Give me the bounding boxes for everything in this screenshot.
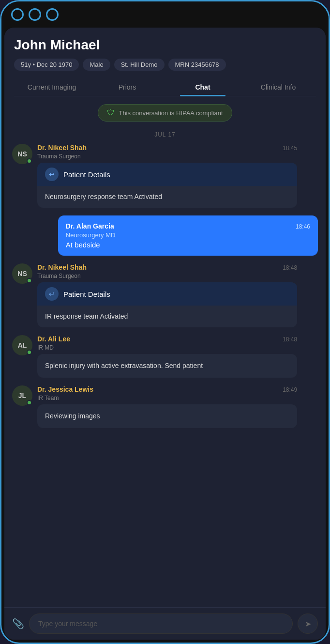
- message-row-2: NS Dr. Nikeel Shah 18:48 Trauma Surgeon …: [12, 263, 318, 327]
- avatar: NS: [12, 144, 32, 164]
- message-row: NS Dr. Nikeel Shah 18:45 Trauma Surgeon …: [12, 144, 318, 208]
- avatar-2: NS: [12, 263, 32, 284]
- bubble-right: Dr. Alan Garcia 18:46 Neurosurgery MD At…: [58, 215, 318, 256]
- send-button[interactable]: ➤: [298, 613, 318, 634]
- sender-role-2: Trauma Surgeon: [37, 273, 297, 279]
- bubble-body: Neurosurgery response team Activated: [37, 186, 297, 208]
- standalone-text: Splenic injury with active extravasation…: [45, 361, 289, 371]
- standalone-bubble: Splenic injury with active extravasation…: [37, 354, 297, 378]
- message-header-3: Dr. Ali Lee 18:48: [37, 335, 297, 343]
- online-dot-3: [27, 350, 32, 355]
- message-header-2: Dr. Nikeel Shah 18:48: [37, 263, 297, 271]
- right-time: 18:46: [296, 223, 310, 230]
- online-dot-4: [27, 400, 32, 405]
- avatar-initials-3: AL: [18, 341, 27, 349]
- message-bubble-wrap-right: Dr. Alan Garcia 18:46 Neurosurgery MD At…: [58, 215, 318, 256]
- sender-role-3: IR MD: [37, 344, 297, 351]
- patient-details-header-2[interactable]: ↩ Patient Details: [37, 282, 297, 306]
- title-bar: [1, 1, 329, 28]
- message-time-4: 18:49: [283, 386, 297, 393]
- bubble-body-2: IR response team Activated: [37, 306, 297, 327]
- message-row-right: Dr. Alan Garcia 18:46 Neurosurgery MD At…: [12, 215, 318, 256]
- sender-role: Trauma Surgeon: [37, 153, 297, 160]
- patient-details-header[interactable]: ↩ Patient Details: [37, 163, 297, 186]
- hipaa-text: This conversation is HIPAA compliant: [119, 109, 223, 117]
- attach-button[interactable]: 📎: [12, 618, 24, 629]
- sender-name: Dr. Nikeel Shah: [37, 144, 87, 152]
- sender-name-3: Dr. Ali Lee: [37, 335, 70, 343]
- chat-area: 🛡 This conversation is HIPAA compliant J…: [4, 96, 326, 607]
- message-bubble: ↩ Patient Details Neurosurgery response …: [37, 163, 297, 208]
- right-role: Neurosurgery MD: [66, 231, 310, 239]
- phone-frame: John Michael 51y • Dec 20 1970 Male St. …: [0, 0, 330, 644]
- patient-details-label-2: Patient Details: [63, 290, 110, 298]
- tab-current-imaging[interactable]: Current Imaging: [14, 78, 90, 96]
- patient-details-icon: ↩: [45, 168, 59, 181]
- standalone-text-2: Reviewing images: [45, 411, 289, 421]
- avatar-4: JL: [12, 385, 32, 406]
- patient-gender: Male: [83, 59, 110, 71]
- input-bar: 📎 ➤: [4, 607, 326, 640]
- window-dot-2[interactable]: [29, 8, 41, 21]
- avatar-initials-2: NS: [17, 270, 27, 277]
- patient-header: John Michael 51y • Dec 20 1970 Male St. …: [4, 28, 326, 96]
- send-icon: ➤: [305, 619, 311, 629]
- message-bubble-wrap-3: Dr. Ali Lee 18:48 IR MD Splenic injury w…: [37, 335, 297, 378]
- patient-mrn: MRN 23456678: [168, 59, 226, 71]
- window-dot-3[interactable]: [46, 8, 59, 21]
- window-dot-1[interactable]: [11, 8, 24, 21]
- message-time-3: 18:48: [283, 336, 297, 343]
- app-container: John Michael 51y • Dec 20 1970 Male St. …: [4, 28, 326, 640]
- right-header: Dr. Alan Garcia 18:46: [66, 222, 310, 230]
- message-header-4: Dr. Jessica Lewis 18:49: [37, 385, 297, 393]
- avatar-3: AL: [12, 335, 32, 355]
- patient-tags: 51y • Dec 20 1970 Male St. Hill Demo MRN…: [14, 59, 316, 71]
- avatar-initials-4: JL: [18, 392, 26, 399]
- patient-age-dob: 51y • Dec 20 1970: [14, 59, 79, 71]
- message-header: Dr. Nikeel Shah 18:45: [37, 144, 297, 152]
- avatar-initials: NS: [17, 150, 27, 158]
- standalone-bubble-2: Reviewing images: [37, 404, 297, 428]
- online-dot: [27, 158, 32, 164]
- sender-name-4: Dr. Jessica Lewis: [37, 385, 93, 393]
- shield-icon: 🛡: [107, 108, 115, 117]
- right-sender: Dr. Alan Garcia: [66, 222, 114, 230]
- date-divider: JUL 17: [12, 131, 318, 138]
- tab-chat[interactable]: Chat: [165, 78, 240, 96]
- online-dot-2: [27, 278, 32, 283]
- patient-location: St. Hill Demo: [114, 59, 165, 71]
- message-bubble-wrap: Dr. Nikeel Shah 18:45 Trauma Surgeon ↩ P…: [37, 144, 297, 208]
- patient-details-icon-2: ↩: [45, 287, 59, 301]
- right-text: At bedside: [66, 241, 310, 249]
- message-bubble-2: ↩ Patient Details IR response team Activ…: [37, 282, 297, 327]
- message-row-3: AL Dr. Ali Lee 18:48 IR MD Splenic injur…: [12, 335, 318, 378]
- hipaa-badge: 🛡 This conversation is HIPAA compliant: [98, 104, 232, 122]
- tab-priors[interactable]: Priors: [90, 78, 165, 96]
- sender-role-4: IR Team: [37, 395, 297, 401]
- message-bubble-wrap-4: Dr. Jessica Lewis 18:49 IR Team Reviewin…: [37, 385, 297, 428]
- message-row-4: JL Dr. Jessica Lewis 18:49 IR Team Revie…: [12, 385, 318, 428]
- message-bubble-wrap-2: Dr. Nikeel Shah 18:48 Trauma Surgeon ↩ P…: [37, 263, 297, 327]
- message-time: 18:45: [283, 145, 297, 152]
- tabs: Current Imaging Priors Chat Clinical Inf…: [14, 78, 316, 96]
- message-input[interactable]: [29, 613, 293, 634]
- message-time-2: 18:48: [283, 264, 297, 271]
- sender-name-2: Dr. Nikeel Shah: [37, 263, 87, 271]
- patient-name: John Michael: [14, 37, 316, 53]
- tab-clinical-info[interactable]: Clinical Info: [240, 78, 316, 96]
- patient-details-label: Patient Details: [63, 170, 110, 179]
